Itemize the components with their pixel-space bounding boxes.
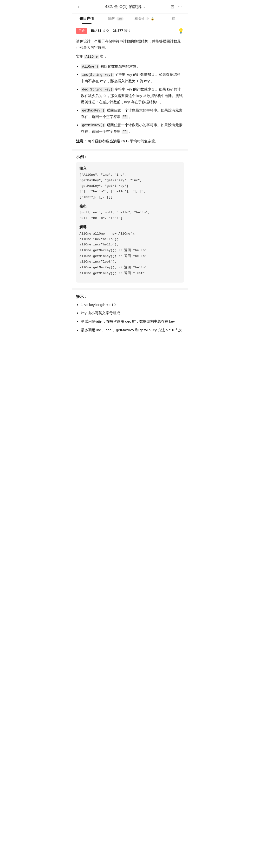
submissions-label: 提交 <box>102 29 109 33</box>
header: ‹ 432. 全 O(1) 的数据… ⊡ ··· <box>72 0 188 13</box>
bookmark-icon[interactable]: ⊡ <box>169 3 176 10</box>
lock-icon: 🔒 <box>151 17 154 21</box>
list-item: inc(String key) 字符串 key 的计数增加 1 。如果数据结构中… <box>81 71 184 84</box>
method-code: AllOne() <box>81 64 100 69</box>
tabs-bar: 题目详情 题解 99+ 相关企业 🔒 提 <box>72 13 188 24</box>
tab-company-label: 相关企业 <box>135 17 149 21</box>
explain-label: 解释 <box>79 224 181 230</box>
example-box: 输入 ["AllOne", "inc", "inc", "getMaxKey",… <box>76 162 184 283</box>
class-name-inline: AllOne <box>84 55 99 59</box>
output-label: 输出 <box>79 203 181 209</box>
list-item: 最多调用 inc 、dec 、getMaxKey 和 getMinKey 方法 … <box>81 327 184 333</box>
example-section-label: 示例： <box>76 154 184 159</box>
method-code: dec(String key) <box>81 87 114 92</box>
accepted-label: 通过 <box>124 29 131 33</box>
tab-submit-label: 提 <box>172 17 175 21</box>
explain-code: AllOne allOne = new AllOne(); allOne.inc… <box>79 231 181 277</box>
tab-company[interactable]: 相关企业 🔒 <box>130 13 159 24</box>
method-code: inc(String key) <box>81 73 114 77</box>
tips-list: 1 <= key.length <= 10 key 由小写英文字母组成 测试用例… <box>76 302 184 333</box>
note-body: 每个函数都应当满足 O(1) 平均时间复杂度。 <box>88 139 158 143</box>
method-code: getMaxKey() <box>81 108 105 113</box>
bottom-space <box>76 337 184 346</box>
input-label: 输入 <box>79 165 181 172</box>
impl-label: 实现 <box>76 54 83 58</box>
method-desc: 初始化数据结构的对象。 <box>100 64 140 68</box>
tab-solutions[interactable]: 题解 99+ <box>101 13 130 24</box>
output-code: [null, null, null, "hello", "hello", nul… <box>79 210 181 221</box>
submissions-stat: 56,431 提交 <box>91 29 109 33</box>
tab-problem-label: 题目详情 <box>79 17 94 21</box>
tab-problem[interactable]: 题目详情 <box>72 13 101 24</box>
list-item: AllOne() 初始化数据结构的对象。 <box>81 63 184 70</box>
input-code: ["AllOne", "inc", "inc", "getMaxKey", "g… <box>79 172 181 200</box>
tips-section: 提示： 1 <= key.length <= 10 key 由小写英文字母组成 … <box>76 294 184 333</box>
tab-solutions-label: 题解 <box>108 17 115 21</box>
desc-impl: 实现 AllOne 类： <box>76 53 184 60</box>
main-content: 困难 56,431 提交 26,577 通过 💡 请你设计一个用于存储字符串计数… <box>72 24 188 350</box>
header-title: 432. 全 O(1) 的数据… <box>82 4 169 9</box>
method-code: getMinKey() <box>81 123 105 127</box>
tab-submit[interactable]: 提 <box>159 13 188 24</box>
class-suffix: 类： <box>100 54 107 58</box>
description: 请你设计一个用于存储字符串计数的数据结构，并能够返回计数最小和最大的字符串。 实… <box>76 38 184 60</box>
back-icon[interactable]: ‹ <box>76 3 82 10</box>
list-item: getMaxKey() 返回任意一个计数最大的字符串。如果没有元素存在，返回一个… <box>81 107 184 120</box>
note: 注意： 每个函数都应当满足 O(1) 平均时间复杂度。 <box>76 138 184 144</box>
accepted-stat: 26,577 通过 <box>113 29 131 33</box>
tip-text: key 由小写英文字母组成 <box>81 311 120 315</box>
divider-2 <box>72 288 188 290</box>
list-item: getMinKey() 返回任意一个计数最小的字符串。如果没有元素存在，返回一个… <box>81 122 184 135</box>
tip-text: 1 <= key.length <= 10 <box>81 303 116 307</box>
difficulty-badge: 困难 <box>76 28 87 34</box>
tips-label: 提示： <box>76 294 184 299</box>
submissions-value: 56,431 <box>91 29 101 33</box>
list-item: key 由小写英文字母组成 <box>81 310 184 316</box>
method-list: AllOne() 初始化数据结构的对象。 inc(String key) 字符串… <box>76 63 184 135</box>
more-icon[interactable]: ··· <box>176 4 184 10</box>
note-prefix: 注意： <box>76 139 87 143</box>
divider <box>72 149 188 151</box>
list-item: 1 <= key.length <= 10 <box>81 302 184 308</box>
list-item: dec(String key) 字符串 key 的计数减少 1 。如果 key … <box>81 86 184 105</box>
stats-row: 困难 56,431 提交 26,577 通过 💡 <box>76 28 184 34</box>
list-item: 测试用例保证：在每次调用 dec 时，数据结构中总存在 key <box>81 318 184 324</box>
tip-text: 最多调用 inc 、dec 、getMaxKey 和 getMinKey 方法 … <box>81 328 182 332</box>
tip-text: 测试用例保证：在每次调用 dec 时，数据结构中总存在 key <box>81 319 175 323</box>
desc-intro: 请你设计一个用于存储字符串计数的数据结构，并能够返回计数最小和最大的字符串。 <box>76 38 184 51</box>
accepted-value: 26,577 <box>113 29 123 33</box>
bulb-icon[interactable]: 💡 <box>178 28 184 34</box>
tab-solutions-badge: 99+ <box>116 17 123 21</box>
